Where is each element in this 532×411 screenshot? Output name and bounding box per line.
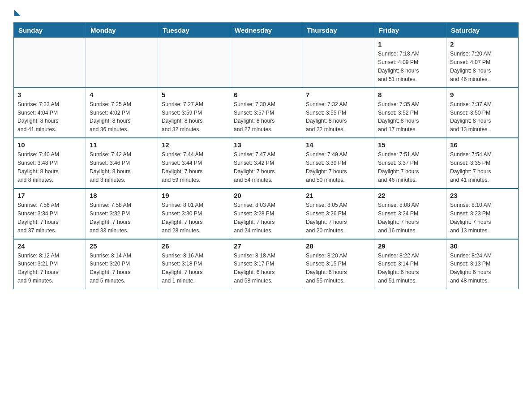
calendar-cell: 16Sunrise: 7:54 AMSunset: 3:35 PMDayligh… — [446, 138, 519, 188]
calendar-cell — [158, 38, 230, 88]
day-number: 28 — [306, 242, 370, 250]
calendar-cell: 23Sunrise: 8:10 AMSunset: 3:23 PMDayligh… — [446, 188, 519, 239]
calendar-week-row: 10Sunrise: 7:40 AMSunset: 3:48 PMDayligh… — [14, 138, 519, 188]
day-info: Sunrise: 7:27 AMSunset: 3:59 PMDaylight:… — [162, 100, 226, 134]
day-info: Sunrise: 7:58 AMSunset: 3:32 PMDaylight:… — [90, 201, 154, 235]
calendar-cell: 14Sunrise: 7:49 AMSunset: 3:39 PMDayligh… — [302, 138, 374, 188]
calendar-cell: 21Sunrise: 8:05 AMSunset: 3:26 PMDayligh… — [302, 188, 374, 239]
day-number: 2 — [450, 40, 515, 48]
day-number: 12 — [162, 141, 226, 149]
calendar-cell: 11Sunrise: 7:42 AMSunset: 3:46 PMDayligh… — [86, 138, 158, 188]
calendar-cell — [302, 38, 374, 88]
day-info: Sunrise: 7:20 AMSunset: 4:07 PMDaylight:… — [450, 50, 515, 84]
calendar-week-row: 24Sunrise: 8:12 AMSunset: 3:21 PMDayligh… — [14, 239, 519, 289]
day-info: Sunrise: 8:16 AMSunset: 3:18 PMDaylight:… — [162, 252, 226, 286]
day-number: 27 — [234, 242, 298, 250]
day-number: 15 — [378, 141, 442, 149]
calendar-cell — [86, 38, 158, 88]
logo-triangle-icon — [14, 10, 21, 16]
calendar-week-row: 1Sunrise: 7:18 AMSunset: 4:09 PMDaylight… — [14, 38, 519, 88]
day-info: Sunrise: 7:40 AMSunset: 3:48 PMDaylight:… — [17, 150, 82, 184]
calendar-cell: 18Sunrise: 7:58 AMSunset: 3:32 PMDayligh… — [86, 188, 158, 239]
day-number: 17 — [17, 192, 82, 199]
weekday-header-sunday: Sunday — [14, 23, 86, 38]
day-number: 30 — [450, 242, 515, 250]
day-info: Sunrise: 7:56 AMSunset: 3:34 PMDaylight:… — [17, 201, 82, 235]
day-number: 22 — [378, 192, 442, 199]
day-number: 24 — [17, 242, 82, 250]
day-info: Sunrise: 8:20 AMSunset: 3:15 PMDaylight:… — [306, 252, 370, 286]
calendar-cell: 20Sunrise: 8:03 AMSunset: 3:28 PMDayligh… — [230, 188, 302, 239]
day-number: 5 — [162, 91, 226, 98]
calendar-cell: 26Sunrise: 8:16 AMSunset: 3:18 PMDayligh… — [158, 239, 230, 289]
weekday-header-friday: Friday — [374, 23, 446, 38]
day-number: 14 — [306, 141, 370, 149]
calendar-cell: 22Sunrise: 8:08 AMSunset: 3:24 PMDayligh… — [374, 188, 446, 239]
calendar-cell: 5Sunrise: 7:27 AMSunset: 3:59 PMDaylight… — [158, 88, 230, 138]
day-info: Sunrise: 7:23 AMSunset: 4:04 PMDaylight:… — [17, 100, 82, 134]
day-info: Sunrise: 7:49 AMSunset: 3:39 PMDaylight:… — [306, 150, 370, 184]
calendar-cell: 10Sunrise: 7:40 AMSunset: 3:48 PMDayligh… — [14, 138, 86, 188]
calendar-cell: 15Sunrise: 7:51 AMSunset: 3:37 PMDayligh… — [374, 138, 446, 188]
day-number: 25 — [90, 242, 154, 250]
calendar-week-row: 17Sunrise: 7:56 AMSunset: 3:34 PMDayligh… — [14, 188, 519, 239]
calendar-header-row: SundayMondayTuesdayWednesdayThursdayFrid… — [14, 23, 519, 38]
weekday-header-saturday: Saturday — [446, 23, 519, 38]
day-info: Sunrise: 8:22 AMSunset: 3:14 PMDaylight:… — [378, 252, 442, 286]
day-info: Sunrise: 8:24 AMSunset: 3:13 PMDaylight:… — [450, 252, 515, 286]
calendar-cell: 8Sunrise: 7:35 AMSunset: 3:52 PMDaylight… — [374, 88, 446, 138]
day-info: Sunrise: 8:05 AMSunset: 3:26 PMDaylight:… — [306, 201, 370, 235]
calendar-cell: 12Sunrise: 7:44 AMSunset: 3:44 PMDayligh… — [158, 138, 230, 188]
calendar-cell: 28Sunrise: 8:20 AMSunset: 3:15 PMDayligh… — [302, 239, 374, 289]
calendar-cell: 25Sunrise: 8:14 AMSunset: 3:20 PMDayligh… — [86, 239, 158, 289]
day-number: 10 — [17, 141, 82, 149]
day-number: 4 — [90, 91, 154, 98]
day-number: 29 — [378, 242, 442, 250]
calendar-cell: 9Sunrise: 7:37 AMSunset: 3:50 PMDaylight… — [446, 88, 519, 138]
calendar-cell: 17Sunrise: 7:56 AMSunset: 3:34 PMDayligh… — [14, 188, 86, 239]
day-number: 8 — [378, 91, 442, 98]
day-number: 6 — [234, 91, 298, 98]
calendar-cell: 19Sunrise: 8:01 AMSunset: 3:30 PMDayligh… — [158, 188, 230, 239]
day-number: 20 — [234, 192, 298, 199]
day-number: 1 — [378, 40, 442, 48]
day-info: Sunrise: 7:47 AMSunset: 3:42 PMDaylight:… — [234, 150, 298, 184]
calendar-cell — [14, 38, 86, 88]
calendar-cell: 3Sunrise: 7:23 AMSunset: 4:04 PMDaylight… — [14, 88, 86, 138]
day-info: Sunrise: 7:32 AMSunset: 3:55 PMDaylight:… — [306, 100, 370, 134]
calendar-cell: 4Sunrise: 7:25 AMSunset: 4:02 PMDaylight… — [86, 88, 158, 138]
day-info: Sunrise: 7:37 AMSunset: 3:50 PMDaylight:… — [450, 100, 515, 134]
day-number: 13 — [234, 141, 298, 149]
day-info: Sunrise: 8:01 AMSunset: 3:30 PMDaylight:… — [162, 201, 226, 235]
day-info: Sunrise: 7:35 AMSunset: 3:52 PMDaylight:… — [378, 100, 442, 134]
calendar-cell: 7Sunrise: 7:32 AMSunset: 3:55 PMDaylight… — [302, 88, 374, 138]
day-number: 18 — [90, 192, 154, 199]
day-number: 26 — [162, 242, 226, 250]
day-number: 19 — [162, 192, 226, 199]
day-info: Sunrise: 8:12 AMSunset: 3:21 PMDaylight:… — [17, 252, 82, 286]
day-number: 11 — [90, 141, 154, 149]
calendar-table: SundayMondayTuesdayWednesdayThursdayFrid… — [13, 22, 519, 289]
day-info: Sunrise: 8:14 AMSunset: 3:20 PMDaylight:… — [90, 252, 154, 286]
calendar-week-row: 3Sunrise: 7:23 AMSunset: 4:04 PMDaylight… — [14, 88, 519, 138]
day-info: Sunrise: 8:18 AMSunset: 3:17 PMDaylight:… — [234, 252, 298, 286]
day-info: Sunrise: 7:18 AMSunset: 4:09 PMDaylight:… — [378, 50, 442, 84]
weekday-header-tuesday: Tuesday — [158, 23, 230, 38]
calendar-cell: 6Sunrise: 7:30 AMSunset: 3:57 PMDaylight… — [230, 88, 302, 138]
day-info: Sunrise: 7:51 AMSunset: 3:37 PMDaylight:… — [378, 150, 442, 184]
calendar-cell: 30Sunrise: 8:24 AMSunset: 3:13 PMDayligh… — [446, 239, 519, 289]
day-number: 9 — [450, 91, 515, 98]
calendar-cell: 27Sunrise: 8:18 AMSunset: 3:17 PMDayligh… — [230, 239, 302, 289]
day-info: Sunrise: 7:30 AMSunset: 3:57 PMDaylight:… — [234, 100, 298, 134]
calendar-cell: 13Sunrise: 7:47 AMSunset: 3:42 PMDayligh… — [230, 138, 302, 188]
day-info: Sunrise: 8:10 AMSunset: 3:23 PMDaylight:… — [450, 201, 515, 235]
day-number: 3 — [17, 91, 82, 98]
day-info: Sunrise: 8:03 AMSunset: 3:28 PMDaylight:… — [234, 201, 298, 235]
page-header — [13, 9, 519, 14]
day-info: Sunrise: 7:25 AMSunset: 4:02 PMDaylight:… — [90, 100, 154, 134]
day-info: Sunrise: 7:42 AMSunset: 3:46 PMDaylight:… — [90, 150, 154, 184]
day-number: 21 — [306, 192, 370, 199]
day-number: 16 — [450, 141, 515, 149]
weekday-header-wednesday: Wednesday — [230, 23, 302, 38]
day-info: Sunrise: 7:44 AMSunset: 3:44 PMDaylight:… — [162, 150, 226, 184]
